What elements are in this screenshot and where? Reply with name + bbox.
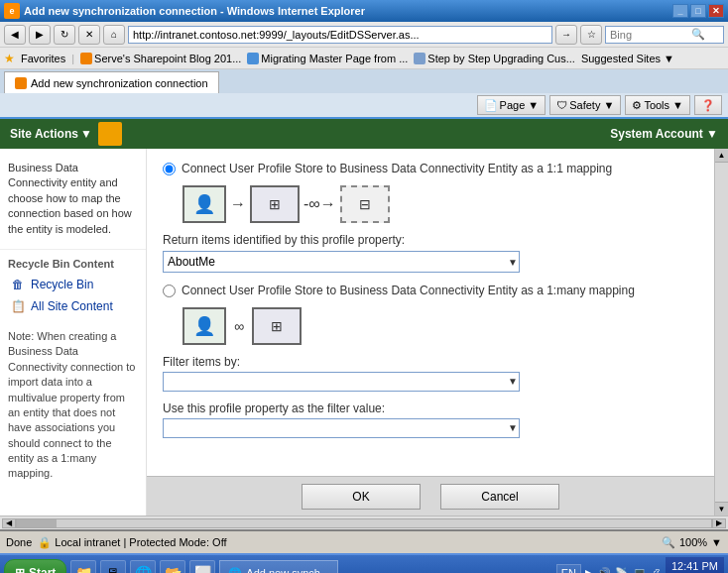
use-profile-input[interactable] [163,418,520,438]
safety-icon: 🛡 [556,99,567,111]
tools-button[interactable]: ⚙ Tools ▼ [625,95,690,115]
quick-launch-ie[interactable]: 🌐 [130,560,156,573]
fav-item-1[interactable]: Serve's Sharepoint Blog 201... [80,53,241,64]
vertical-scrollbar: ▲ ▼ [714,149,728,516]
scroll-track-horizontal[interactable] [16,518,712,528]
table-box-3: ⊞ [252,307,302,345]
fav-suggested-sites[interactable]: Suggested Sites ▼ [581,53,674,64]
fav-item-3[interactable]: Step by Step Upgrading Cus... [414,53,575,64]
scroll-track[interactable] [715,163,728,502]
tab-bar: Add new synchronization connection [0,69,728,93]
option-2-text: Connect User Profile Store to Business D… [182,283,635,299]
close-button[interactable]: ✕ [708,4,724,18]
use-profile-input-container: ▼ [163,418,520,438]
scroll-left-button[interactable]: ◀ [2,518,16,528]
back-button[interactable]: ◀ [4,25,26,45]
language-button[interactable]: EN [556,564,581,573]
person-icon-2: 👤 [193,315,215,337]
sidebar-item-all-site-content[interactable]: 📋 All Site Content [0,295,146,317]
quick-launch-desktop[interactable]: 🖥 [100,560,126,573]
maximize-button[interactable]: □ [690,4,706,18]
tray-sound-icon: 🔊 [597,567,611,574]
lock-icon: 🔒 [38,536,52,549]
tray-play-icon: ▶ [585,567,593,574]
table-icon-2: ⊟ [359,196,371,212]
forward-button[interactable]: ▶ [29,25,51,45]
go-button[interactable]: → [555,25,577,45]
start-button[interactable]: ⊞ Start [4,559,66,573]
add-favorite-icon[interactable]: ☆ [580,25,602,45]
horizontal-scrollbar: ◀ ▶ [0,516,728,529]
status-text: Done [6,536,32,548]
profile-property-label: Return items identified by this profile … [163,233,698,247]
page-button[interactable]: 📄 Page ▼ [477,95,546,115]
tab-sync-connection[interactable]: Add new synchronization connection [4,71,219,93]
clock-time: 12:41 PM [671,559,718,573]
filter-label: Filter items by: [163,355,698,369]
scroll-down-button[interactable]: ▼ [715,502,728,516]
option-1-radio[interactable] [163,163,176,175]
use-profile-section: Use this profile property as the filter … [163,401,698,438]
scroll-up-button[interactable]: ▲ [715,149,728,163]
header-left: Site Actions ▼ [10,122,122,146]
status-bar: Done 🔒 Local intranet | Protected Mode: … [0,529,728,553]
infinity-icon: ∞ [234,318,244,334]
address-input[interactable] [128,26,552,44]
scroll-thumb-horizontal [17,519,57,527]
diagram-1-many: 👤 ∞ ⊞ [182,307,698,345]
help-icon: ❓ [701,99,715,112]
profile-property-dropdown[interactable]: AboutMe FirstName LastName Email [163,251,520,273]
table-icon-1: ⊞ [269,196,281,212]
help-button[interactable]: ❓ [694,95,722,115]
zoom-level: 100% [679,536,707,548]
use-profile-label: Use this profile property as the filter … [163,401,698,415]
tray-network-icon: 📡 [615,567,629,574]
diagram-1-1: 👤 → ⊞ -∞→ ⊟ [182,185,698,223]
stop-button[interactable]: ✕ [78,25,100,45]
upgrade-icon [414,53,425,64]
main-area: Business Data Connectivity entity and ch… [0,149,728,516]
system-clock[interactable]: 12:41 PM 2/6/2011 [666,557,724,573]
quick-launch-files[interactable]: 📁 [70,560,96,573]
favorites-divider: | [71,53,74,64]
option-2-radio[interactable] [163,285,176,297]
search-box[interactable]: 🔍 [605,26,724,44]
person-box-2: 👤 [182,307,226,345]
dialog-buttons: OK Cancel [147,476,714,516]
minimize-button[interactable]: _ [672,4,688,18]
ok-button[interactable]: OK [302,484,421,510]
all-content-icon: 📋 [10,298,26,314]
taskbar-ie-icon: 🌐 [228,567,242,574]
fav-item-2[interactable]: Migrating Master Page from ... [247,53,408,64]
profile-property-dropdown-container: AboutMe FirstName LastName Email ▼ [163,251,520,273]
filter-input[interactable] [163,372,520,392]
search-input[interactable] [610,29,689,41]
taskbar: ⊞ Start 📁 🖥 🌐 📂 ⬜ 🌐 Add new synch... EN … [0,553,728,573]
arrow-right-1: → [230,195,246,213]
safety-button[interactable]: 🛡 Safety ▼ [549,95,621,115]
quick-launch-folder[interactable]: 📂 [160,560,185,573]
refresh-button[interactable]: ↻ [54,25,75,45]
zoom-icon: 🔍 [662,536,675,549]
zoom-dropdown-icon: ▼ [711,536,722,548]
favorites-label[interactable]: Favorites [21,53,65,64]
filter-section: Filter items by: ▼ [163,355,698,392]
scroll-right-button[interactable]: ▶ [712,518,726,528]
taskbar-item-ie[interactable]: 🌐 Add new synch... [219,560,338,573]
table-box-1: ⊞ [250,185,300,223]
start-label: Start [29,566,56,573]
recycle-bin-heading: Recycle Bin Content [0,254,146,274]
recycle-bin-icon: 🗑 [10,277,26,292]
quick-launch-misc[interactable]: ⬜ [189,560,215,573]
note-text: Note: When creating a Business Data Conn… [0,321,146,490]
blog-icon [80,53,92,64]
site-actions-button[interactable]: Site Actions ▼ [10,127,92,141]
sidebar-item-recycle-bin[interactable]: 🗑 Recycle Bin [0,274,146,295]
home-button[interactable]: ⌂ [103,25,125,45]
system-account-button[interactable]: System Account ▼ [610,127,718,141]
page-icon: 📄 [484,99,498,112]
taskbar-right: EN ▶ 🔊 📡 💻 🖨 12:41 PM 2/6/2011 [556,557,724,573]
content-area: Connect User Profile Store to Business D… [147,149,714,476]
zoom-area: 🔍 100% ▼ [662,536,722,549]
cancel-button[interactable]: Cancel [440,484,559,510]
